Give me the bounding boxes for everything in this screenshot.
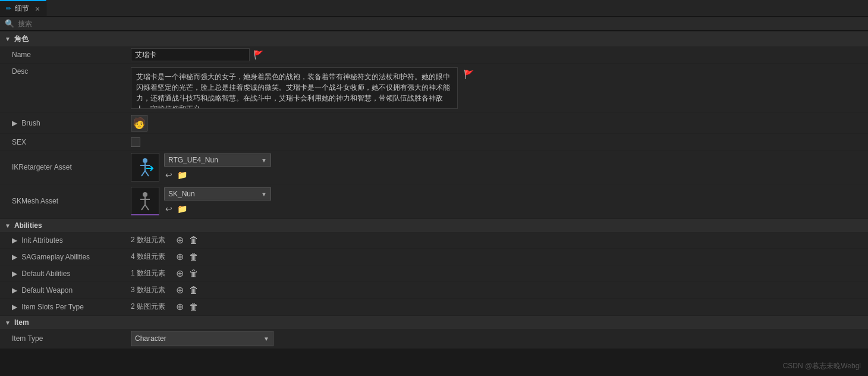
default-abilities-value: 1 数组元素 ⊕ 🗑: [131, 268, 863, 280]
item-type-label: Item Type: [12, 334, 131, 343]
skmesh-browse-btn[interactable]: 📁: [176, 203, 188, 215]
search-bar: 🔍: [0, 17, 868, 31]
default-abilities-actions: ⊕ 🗑: [174, 268, 200, 280]
skmesh-reset-btn[interactable]: ↩: [164, 203, 174, 215]
sex-label: SEX: [12, 138, 131, 146]
abilities-collapse-arrow: ▼: [5, 223, 11, 229]
section-character[interactable]: ▼ 角色: [0, 31, 868, 46]
ikretargeter-asset-row: RTG_UE4_Nun ▼ ↩ 📁: [131, 153, 271, 181]
ikretargeter-controls: RTG_UE4_Nun ▼ ↩ 📁: [164, 153, 271, 181]
default-weapon-row: ▶ Default Weapon 3 数组元素 ⊕ 🗑: [0, 282, 868, 299]
flag-icon: 🚩: [253, 50, 263, 59]
ikretargeter-thumbnail: [131, 153, 159, 181]
close-icon[interactable]: ×: [35, 4, 40, 14]
item-slots-add-btn[interactable]: ⊕: [174, 301, 185, 313]
brush-value-container: 🧑: [131, 115, 863, 131]
desc-label: Desc: [12, 67, 131, 76]
ikretargeter-dropdown-arrow: ▼: [261, 157, 267, 164]
brush-row: ▶ Brush 🧑: [0, 113, 868, 134]
svg-line-9: [141, 205, 145, 210]
skmesh-dropdown-label: SK_Nun: [168, 190, 259, 198]
abilities-section-label: Abilities: [14, 221, 42, 230]
svg-line-4: [145, 171, 149, 176]
item-slots-label: ▶ Item Slots Per Type: [12, 303, 131, 311]
skmesh-asset-row: SK_Nun ▼ ↩ 📁: [131, 187, 271, 215]
skmesh-controls: SK_Nun ▼ ↩ 📁: [164, 187, 271, 215]
skmesh-label: SKMesh Asset: [12, 197, 131, 205]
sagameplay-abilities-add-btn[interactable]: ⊕: [174, 251, 185, 263]
character-section-label: 角色: [14, 34, 29, 44]
tab-label: 细节: [15, 4, 29, 14]
brush-thumbnail-icon: 🧑: [133, 117, 146, 130]
brush-thumbnail: 🧑: [131, 115, 147, 131]
section-item[interactable]: ▼ Item: [0, 315, 868, 329]
skmesh-thumbnail: [131, 187, 159, 215]
item-slots-delete-btn[interactable]: 🗑: [188, 301, 200, 313]
ikretargeter-row: IKRetargeter Asset: [0, 151, 868, 184]
item-type-dropdown[interactable]: Character ▼: [131, 331, 273, 346]
item-collapse-arrow: ▼: [5, 319, 11, 326]
name-input[interactable]: [131, 48, 250, 61]
init-attributes-arrow[interactable]: ▶: [12, 236, 17, 245]
default-abilities-arrow[interactable]: ▶: [12, 270, 17, 278]
init-attributes-row: ▶ Init Attributes 2 数组元素 ⊕ 🗑: [0, 232, 868, 249]
skmesh-value-container: SK_Nun ▼ ↩ 📁: [131, 187, 863, 215]
sagameplay-abilities-row: ▶ SAGameplay Abilities 4 数组元素 ⊕ 🗑: [0, 249, 868, 265]
sagameplay-abilities-delete-btn[interactable]: 🗑: [188, 251, 200, 263]
desc-row: Desc 艾瑞卡是一个神秘而强大的女子，她身着黑色的战袍，装备着带有神秘符文的法…: [0, 64, 868, 113]
default-weapon-arrow[interactable]: ▶: [12, 286, 17, 294]
ikretargeter-reset-btn[interactable]: ↩: [164, 169, 174, 181]
sagameplay-abilities-count: 4 数组元素: [131, 252, 165, 262]
sagameplay-abilities-value: 4 数组元素 ⊕ 🗑: [131, 251, 863, 263]
desc-textarea[interactable]: 艾瑞卡是一个神秘而强大的女子，她身着黑色的战袍，装备着带有神秘符文的法杖和护符。…: [131, 67, 458, 109]
default-abilities-add-btn[interactable]: ⊕: [174, 268, 185, 280]
item-slots-actions: ⊕ 🗑: [174, 301, 200, 313]
watermark: CSDN @暮志未晚Webgl: [783, 361, 861, 371]
ikretargeter-thumbnail-svg: [134, 156, 156, 178]
default-abilities-label: ▶ Default Abilities: [12, 270, 131, 278]
init-attributes-count: 2 数组元素: [131, 235, 165, 245]
init-attributes-label: ▶ Init Attributes: [12, 236, 131, 245]
default-abilities-delete-btn[interactable]: 🗑: [188, 268, 200, 280]
skmesh-thumbnail-svg: [134, 190, 156, 212]
default-abilities-row: ▶ Default Abilities 1 数组元素 ⊕ 🗑: [0, 265, 868, 282]
name-label: Name: [12, 51, 131, 59]
svg-line-10: [145, 205, 149, 210]
pencil-icon: ✏: [6, 5, 11, 12]
section-abilities[interactable]: ▼ Abilities: [0, 218, 868, 232]
item-type-value-container: Character ▼: [131, 331, 863, 346]
default-weapon-add-btn[interactable]: ⊕: [174, 284, 185, 296]
name-value-container: 🚩: [131, 48, 863, 61]
sagameplay-abilities-label: ▶ SAGameplay Abilities: [12, 253, 131, 261]
init-attributes-value: 2 数组元素 ⊕ 🗑: [131, 234, 863, 246]
default-abilities-count: 1 数组元素: [131, 268, 165, 278]
skmesh-dropdown[interactable]: SK_Nun ▼: [164, 187, 271, 200]
ikretargeter-value-container: RTG_UE4_Nun ▼ ↩ 📁: [131, 153, 863, 181]
search-icon: 🔍: [5, 19, 14, 28]
default-weapon-delete-btn[interactable]: 🗑: [188, 284, 200, 296]
init-attributes-add-btn[interactable]: ⊕: [174, 234, 185, 246]
desc-flag-icon: 🚩: [464, 67, 474, 79]
item-slots-value: 2 贴图元素 ⊕ 🗑: [131, 301, 863, 313]
item-type-row: Item Type Character ▼: [0, 329, 868, 349]
ikretargeter-dropdown[interactable]: RTG_UE4_Nun ▼: [164, 153, 271, 167]
sex-value-container: [131, 137, 863, 147]
default-weapon-count: 3 数组元素: [131, 285, 165, 295]
svg-point-0: [143, 158, 147, 163]
item-slots-count: 2 贴图元素: [131, 302, 165, 312]
detail-tab[interactable]: ✏ 细节 ×: [0, 0, 46, 16]
sex-checkbox[interactable]: [131, 137, 140, 147]
item-section-label: Item: [14, 318, 29, 327]
sex-row: SEX: [0, 134, 868, 151]
title-bar: ✏ 细节 ×: [0, 0, 868, 17]
sagameplay-abilities-arrow[interactable]: ▶: [12, 253, 17, 261]
svg-line-3: [141, 171, 145, 176]
ikretargeter-browse-btn[interactable]: 📁: [176, 169, 188, 181]
skmesh-row: SKMesh Asset SK_Nun ▼: [0, 184, 868, 218]
item-slots-arrow[interactable]: ▶: [12, 303, 17, 311]
search-input[interactable]: [18, 20, 137, 28]
default-weapon-label: ▶ Default Weapon: [12, 286, 131, 294]
brush-collapse-arrow[interactable]: ▶: [12, 119, 17, 127]
init-attributes-delete-btn[interactable]: 🗑: [188, 234, 200, 246]
skmesh-dropdown-arrow: ▼: [261, 191, 267, 198]
